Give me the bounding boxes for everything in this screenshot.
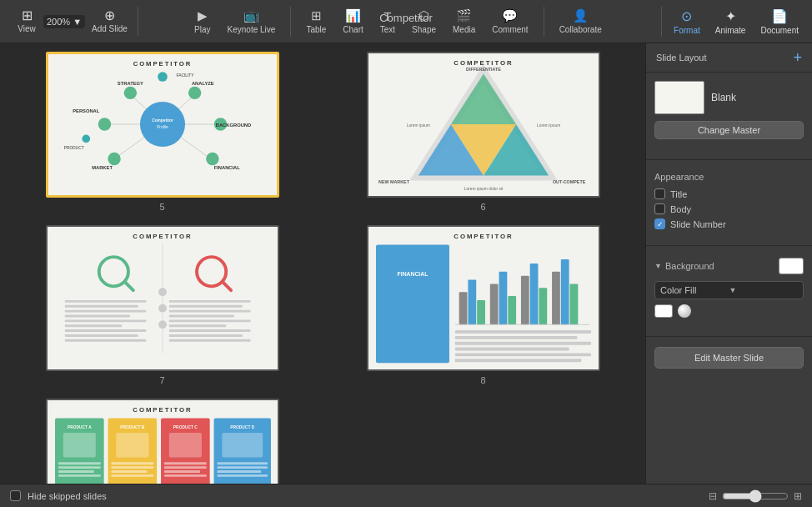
slide-thumb-5[interactable]: COMPETITOR Competitor Profile STRATEGY (46, 52, 279, 198)
view-button[interactable]: ⊞ View (12, 7, 42, 36)
color-swatch[interactable] (654, 304, 673, 318)
svg-rect-56 (168, 305, 242, 308)
svg-rect-49 (64, 315, 129, 318)
background-header-row: ▼ Background (654, 258, 804, 274)
table-button[interactable]: ⊞ Table (299, 6, 333, 37)
slide-thumb-9[interactable]: COMPETITOR PRODUCT A BUY NOW PRODUCT B (46, 399, 279, 484)
svg-rect-80 (529, 264, 538, 324)
svg-text:FINANCIAL: FINANCIAL (397, 271, 428, 277)
svg-rect-74 (468, 280, 476, 325)
svg-rect-114 (168, 433, 201, 457)
collapse-arrow-icon[interactable]: ▼ (654, 262, 662, 270)
zoom-slider-area: ⊟ ⊞ (709, 489, 802, 503)
appearance-title: Appearance (654, 172, 804, 182)
svg-rect-109 (111, 474, 153, 477)
svg-point-23 (158, 72, 168, 82)
svg-text:COMPETITOR: COMPETITOR (133, 406, 192, 414)
background-color-swatch[interactable] (779, 258, 804, 274)
change-master-button[interactable]: Change Master (654, 121, 804, 139)
animate-button[interactable]: ✦ Animate (709, 6, 753, 38)
slide-wrapper-9: COMPETITOR PRODUCT A BUY NOW PRODUCT B (8, 399, 316, 484)
svg-text:COMPETITOR: COMPETITOR (454, 233, 513, 240)
right-panel: Slide Layout + Blank Change Master Appea… (645, 43, 812, 484)
center-toolbar: ▶ Play 📺 Keynote Live ⊞ Table 📊 Chart T … (140, 6, 656, 37)
svg-rect-50 (64, 319, 146, 322)
svg-text:PRODUCT D: PRODUCT D (230, 425, 254, 429)
svg-point-67 (158, 320, 167, 329)
svg-rect-115 (163, 462, 206, 464)
media-button[interactable]: 🎬 Media (446, 6, 482, 37)
svg-rect-77 (499, 272, 507, 325)
svg-rect-78 (508, 296, 516, 324)
hide-skipped-checkbox[interactable] (10, 490, 21, 501)
slide-num-6: 6 (480, 202, 485, 212)
panel-add-button[interactable]: + (793, 50, 802, 65)
right-toolbar: ⊙ Format ✦ Animate 📄 Document (658, 6, 805, 38)
svg-text:STRATEGY: STRATEGY (117, 81, 143, 86)
svg-text:Competitor: Competitor (152, 118, 173, 123)
svg-rect-61 (168, 329, 250, 332)
svg-rect-105 (116, 433, 148, 457)
text-button[interactable]: T Text (373, 7, 402, 37)
chart-button[interactable]: 📊 Chart (336, 6, 369, 37)
media-icon: 🎬 (456, 8, 472, 23)
color-wheel-icon[interactable] (678, 304, 691, 318)
svg-rect-98 (58, 466, 100, 469)
text-icon: T (383, 9, 391, 23)
slide-number-checkbox[interactable] (654, 218, 665, 229)
slide-thumb-8[interactable]: COMPETITOR FINANCIAL (367, 225, 600, 371)
body-checkbox-row: Body (654, 203, 804, 214)
animate-icon: ✦ (725, 8, 736, 24)
document-button[interactable]: 📄 Document (754, 6, 805, 38)
svg-text:FINANCIAL: FINANCIAL (213, 165, 240, 170)
svg-text:Lorem ipsum dolor sit: Lorem ipsum dolor sit (464, 187, 503, 191)
slide-wrapper-7: COMPETITOR (8, 225, 316, 385)
title-checkbox[interactable] (654, 188, 665, 199)
svg-rect-52 (64, 329, 146, 332)
svg-text:MARKET: MARKET (92, 165, 113, 170)
body-checkbox[interactable] (654, 203, 665, 214)
comment-button[interactable]: 💬 Comment (485, 6, 534, 37)
comment-icon: 💬 (502, 8, 518, 23)
svg-rect-75 (477, 300, 485, 324)
svg-point-65 (158, 288, 167, 296)
document-icon: 📄 (771, 8, 788, 24)
fill-type-label: Color Fill (660, 285, 729, 295)
appearance-section: Appearance Title Body Slide Number (646, 165, 812, 240)
svg-text:PERSONAL: PERSONAL (73, 108, 100, 113)
panel-title: Slide Layout (656, 53, 707, 63)
svg-text:ANALYZE: ANALYZE (191, 81, 213, 86)
zoom-slider[interactable] (722, 489, 789, 503)
svg-rect-59 (168, 319, 250, 322)
slide-num-7: 7 (159, 375, 164, 385)
slide-panel: COMPETITOR Competitor Profile STRATEGY (0, 43, 645, 484)
svg-point-19 (108, 153, 120, 165)
svg-text:Lorem ipsum: Lorem ipsum (537, 123, 560, 128)
svg-rect-117 (163, 470, 199, 473)
add-slide-icon: ⊕ (104, 9, 115, 23)
svg-rect-118 (163, 474, 206, 477)
svg-text:OUT-COMPETE: OUT-COMPETE (552, 179, 585, 184)
play-button[interactable]: ▶ Play (188, 6, 217, 37)
format-icon: ⊙ (681, 8, 692, 24)
svg-rect-55 (168, 300, 250, 303)
svg-rect-83 (560, 259, 569, 324)
svg-rect-90 (454, 353, 590, 356)
svg-rect-125 (217, 466, 268, 469)
add-slide-button[interactable]: ⊕ Add Slide (87, 7, 133, 36)
svg-rect-57 (168, 310, 250, 313)
svg-rect-97 (58, 462, 100, 464)
collaborate-button[interactable]: 👤 Collaborate (553, 6, 609, 37)
format-button[interactable]: ⊙ Format (667, 6, 707, 38)
slide-number-label: Slide Number (670, 219, 726, 229)
background-title: Background (665, 261, 714, 271)
zoom-control[interactable]: 200% ▼ (43, 15, 85, 28)
shape-button[interactable]: ⬡ Shape (405, 6, 443, 37)
svg-text:DIFFERENTIATE: DIFFERENTIATE (466, 67, 501, 72)
edit-master-button[interactable]: Edit Master Slide (654, 347, 804, 369)
keynote-live-button[interactable]: 📺 Keynote Live (221, 6, 283, 37)
svg-rect-70 (376, 244, 449, 363)
slide-thumb-7[interactable]: COMPETITOR (46, 225, 279, 371)
fill-type-dropdown[interactable]: Color Fill ▼ (654, 281, 804, 299)
slide-thumb-6[interactable]: COMPETITOR DIFFERENTIATE NEW MARKET OUT-… (367, 52, 600, 198)
